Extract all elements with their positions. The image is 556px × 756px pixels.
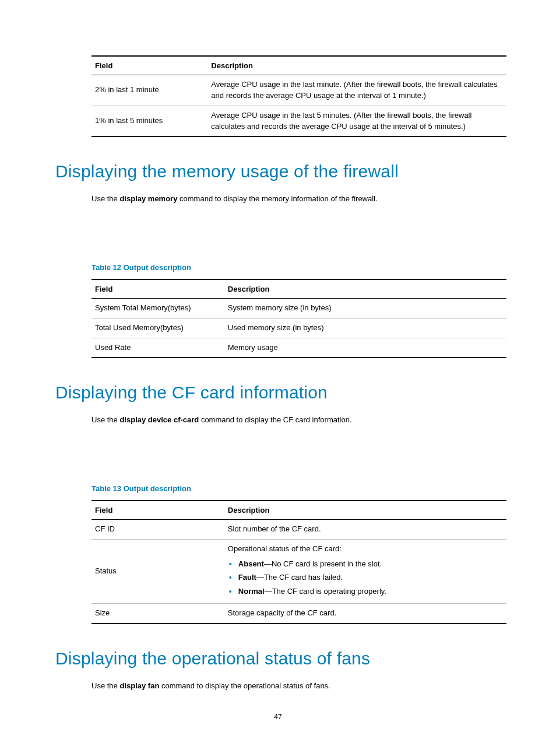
page-content: Field Description 2% in last 1 minute Av… xyxy=(55,55,501,691)
cell-field: Used Rate xyxy=(92,338,224,358)
caption-table13: Table 13 Output description xyxy=(92,484,501,493)
list-item: Fault—The CF card has failed. xyxy=(228,572,503,583)
th-description: Description xyxy=(224,501,506,520)
cell-desc: Average CPU usage in the last minute. (A… xyxy=(207,75,506,106)
cell-field: System Total Memory(bytes) xyxy=(92,298,224,318)
cell-field: Total Used Memory(bytes) xyxy=(92,318,224,338)
th-description: Description xyxy=(207,56,506,75)
cell-field: 2% in last 1 minute xyxy=(92,75,207,106)
cell-desc: Memory usage xyxy=(224,338,506,358)
table-row: System Total Memory(bytes) System memory… xyxy=(92,298,506,318)
status-list: Absent—No CF card is present in the slot… xyxy=(228,558,503,597)
cell-field: 1% in last 5 minutes xyxy=(92,106,207,136)
cell-desc: Used memory size (in bytes) xyxy=(224,318,506,338)
cell-desc: Average CPU usage in the last 5 minutes.… xyxy=(207,106,506,136)
cell-desc: Storage capacity of the CF card. xyxy=(224,604,506,624)
cell-field: Status xyxy=(92,539,224,603)
heading-fan: Displaying the operational status of fan… xyxy=(55,649,501,668)
intro-fan: Use the display fan command to display t… xyxy=(92,680,501,692)
cell-field: CF ID xyxy=(92,519,224,539)
heading-cf: Displaying the CF card information xyxy=(55,383,501,402)
cell-field: Size xyxy=(92,604,224,624)
cell-desc: Slot number of the CF card. xyxy=(224,519,506,539)
table-row: Used Rate Memory usage xyxy=(92,338,506,358)
table-row: Size Storage capacity of the CF card. xyxy=(92,604,506,624)
list-item: Absent—No CF card is present in the slot… xyxy=(228,558,503,570)
table-row: 1% in last 5 minutes Average CPU usage i… xyxy=(92,106,506,136)
list-item: Normal—The CF card is operating properly… xyxy=(228,586,503,597)
table-row: Total Used Memory(bytes) Used memory siz… xyxy=(92,318,506,338)
table-row: CF ID Slot number of the CF card. xyxy=(92,519,506,539)
page-number: 47 xyxy=(0,713,556,721)
table-row: 2% in last 1 minute Average CPU usage in… xyxy=(92,75,506,106)
th-field: Field xyxy=(92,501,224,520)
heading-memory: Displaying the memory usage of the firew… xyxy=(55,162,501,181)
intro-cf: Use the display device cf-card command t… xyxy=(92,414,501,426)
intro-memory: Use the display memory command to displa… xyxy=(92,193,501,205)
caption-table12: Table 12 Output description xyxy=(92,263,501,272)
cell-desc: Operational status of the CF card: Absen… xyxy=(224,539,506,603)
table-cpu-usage: Field Description 2% in last 1 minute Av… xyxy=(92,55,506,137)
table-cf-output: Field Description CF ID Slot number of t… xyxy=(92,500,506,624)
th-field: Field xyxy=(92,279,224,299)
th-description: Description xyxy=(224,279,506,299)
th-field: Field xyxy=(92,56,207,75)
table-memory-output: Field Description System Total Memory(by… xyxy=(92,279,506,359)
cell-desc: System memory size (in bytes) xyxy=(224,298,506,318)
table-row: Status Operational status of the CF card… xyxy=(92,539,506,603)
